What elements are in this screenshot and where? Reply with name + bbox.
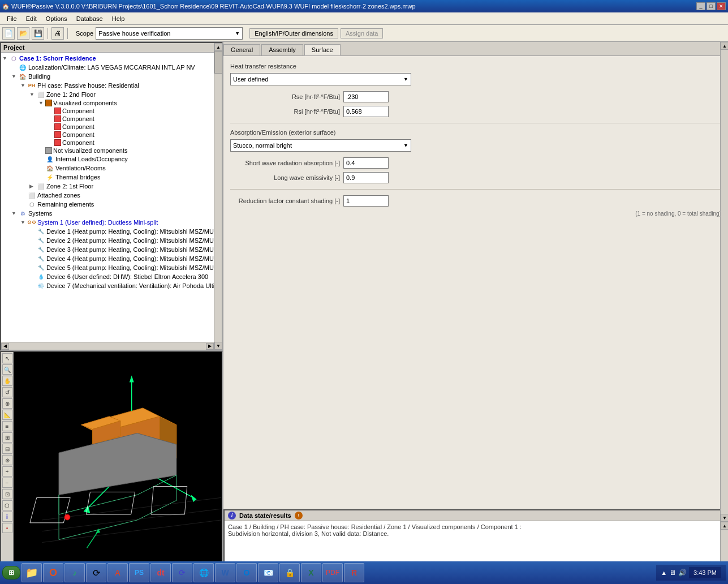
taskbar-mail[interactable]: 📧 <box>258 563 278 582</box>
tree-item-device6[interactable]: 💧 Device 6 (User defined: DHW): Stiebel … <box>2 272 221 281</box>
info-tool[interactable]: i <box>2 512 12 522</box>
taskbar-explorer[interactable]: 📁 <box>21 563 42 582</box>
taskbar-spotify[interactable]: ♪ <box>64 563 85 582</box>
tree-item-system1[interactable]: ▼ ⚙⚙ System 1 (User defined): Ductless M… <box>2 218 221 227</box>
tree-item-device2[interactable]: 🔧 Device 2 (Heat pump: Heating, Cooling)… <box>2 236 221 245</box>
close-button[interactable]: ✕ <box>717 2 726 10</box>
scroll-up[interactable]: ▲ <box>214 43 222 51</box>
tree-item-comp2[interactable]: Component <box>2 115 221 123</box>
tree-item-comp4[interactable]: Component <box>2 131 221 139</box>
pan-tool[interactable]: ✋ <box>2 376 12 386</box>
scope-dropdown[interactable]: Passive house verification ▼ <box>96 27 243 40</box>
snap-tool[interactable]: ⊞ <box>2 432 12 443</box>
menu-database[interactable]: Database <box>72 14 107 23</box>
tab-assembly[interactable]: Assembly <box>261 44 303 55</box>
layer-tool[interactable]: ≡ <box>2 421 12 431</box>
tree-panel[interactable]: Project ▼ ⬡ Case 1: Schorr Residence 🌐 L… <box>0 42 223 351</box>
vert-scrollbar[interactable]: ▲ ▼ <box>214 43 222 350</box>
reset-tool[interactable]: ⊕ <box>2 398 12 409</box>
tree-item-device3[interactable]: 🔧 Device 3 (Heat pump: Heating, Cooling)… <box>2 245 221 254</box>
tree-item-zone2[interactable]: ▶ ⬜ Zone 2: 1st Floor <box>2 182 221 191</box>
tray-volume-icon[interactable]: 🔊 <box>678 569 687 577</box>
tab-general[interactable]: General <box>223 44 260 55</box>
expand-icon[interactable]: ▼ <box>2 55 9 61</box>
tree-item-phcase[interactable]: ▼ PH PH case: Passive house: Residential <box>2 81 221 90</box>
measure-tool[interactable]: 📐 <box>2 410 12 420</box>
data-scroll-up[interactable]: ▲ <box>721 522 728 530</box>
right-scroll-down[interactable]: ▼ <box>721 514 728 522</box>
tree-item-building[interactable]: ▼ 🏠 Building <box>2 72 221 81</box>
tree-item-attached[interactable]: ⬜ Attached zones <box>2 191 221 200</box>
zoom-in-tool[interactable]: + <box>2 466 12 476</box>
tab-surface[interactable]: Surface <box>304 44 341 55</box>
tree-item-device1[interactable]: 🔧 Device 1 (Heat pump: Heating, Cooling)… <box>2 227 221 236</box>
tree-item-device5[interactable]: 🔧 Device 5 (Heat pump: Heating, Cooling)… <box>2 263 221 272</box>
expand-icon[interactable]: ▼ <box>38 100 45 106</box>
tree-item-device4[interactable]: 🔧 Device 4 (Heat pump: Heating, Cooling)… <box>2 254 221 263</box>
scroll-down[interactable]: ▼ <box>214 342 222 350</box>
rse-input[interactable] <box>343 91 389 102</box>
taskbar-outlook[interactable]: O <box>43 563 63 582</box>
new-button[interactable]: 📄 <box>2 27 15 40</box>
reduction-input[interactable] <box>343 195 389 207</box>
menu-options[interactable]: Options <box>41 14 72 23</box>
tree-item-systems[interactable]: ▼ ⚙ Systems <box>2 209 221 218</box>
rotate-tool[interactable]: ↺ <box>2 387 12 397</box>
tree-item-zone1[interactable]: ▼ ⬜ Zone 1: 2nd Floor <box>2 90 221 99</box>
tree-item-comp3[interactable]: Component <box>2 123 221 131</box>
scroll-left[interactable]: ◀ <box>1 343 9 350</box>
zoom-tool[interactable]: 🔍 <box>2 364 12 375</box>
taskbar-firefox[interactable]: 🌐 <box>193 563 214 582</box>
expand-icon[interactable]: ▶ <box>29 183 36 189</box>
taskbar-outlook2[interactable]: O <box>236 563 257 582</box>
open-button[interactable]: 📂 <box>17 27 29 40</box>
expand-icon[interactable]: ▼ <box>11 74 18 79</box>
grid-tool[interactable]: ⊟ <box>2 444 12 454</box>
right-scroll-up[interactable]: ▲ <box>721 42 728 50</box>
dot-tool[interactable]: • <box>2 523 12 533</box>
menu-help[interactable]: Help <box>107 14 130 23</box>
tray-show-icon[interactable]: ▲ <box>661 569 667 576</box>
expand-icon[interactable]: ▼ <box>20 220 27 225</box>
longwave-input[interactable] <box>343 172 389 183</box>
taskbar-redline[interactable]: R <box>344 563 364 582</box>
taskbar-pdf[interactable]: PDF <box>322 563 343 582</box>
save-button[interactable]: 💾 <box>32 27 44 40</box>
scroll-right[interactable]: ▶ <box>206 343 214 350</box>
taskbar-word[interactable]: W <box>215 563 235 582</box>
scroll-track-v[interactable] <box>214 51 222 342</box>
start-button[interactable]: ⊞ <box>2 566 20 579</box>
expand-icon[interactable]: ▼ <box>20 83 27 88</box>
absorption-combo[interactable]: Stucco, normal bright ▼ <box>230 139 411 152</box>
tree-item-case1[interactable]: ▼ ⬡ Case 1: Schorr Residence <box>2 54 221 63</box>
axis-tool[interactable]: ⊛ <box>2 455 12 465</box>
wireframe-tool[interactable]: ⬡ <box>2 500 12 510</box>
heat-transfer-combo[interactable]: User defined ▼ <box>230 73 411 85</box>
taskbar-security[interactable]: 🔒 <box>279 563 300 582</box>
expand-icon[interactable]: ▼ <box>29 92 36 97</box>
taskbar-excel[interactable]: X <box>301 563 321 582</box>
taskbar-chrome[interactable]: ⟳ <box>86 563 106 582</box>
menu-file[interactable]: File <box>2 14 21 23</box>
horiz-scrollbar[interactable]: ◀ ▶ <box>1 342 214 350</box>
rsi-input[interactable] <box>343 106 389 117</box>
tree-item-comp1[interactable]: Component <box>2 107 221 115</box>
shortwave-input[interactable] <box>343 157 389 169</box>
zoom-out-tool[interactable]: − <box>2 478 12 488</box>
tree-item-ventilation[interactable]: 🏠 Ventilation/Rooms <box>2 164 221 173</box>
assign-button[interactable]: Assign data <box>341 28 383 38</box>
select-tool[interactable]: ↖ <box>2 353 12 363</box>
tree-item-device7[interactable]: 💨 Device 7 (Mechanical ventilation: Vent… <box>2 281 221 290</box>
tree-item-remaining[interactable]: ⬡ Remaining elements <box>2 200 221 209</box>
tree-item-internal[interactable]: 👤 Internal Loads/Occupancy <box>2 154 221 164</box>
tree-item-localization[interactable]: 🌐 Localization/Climate: LAS VEGAS MCCARR… <box>2 63 221 72</box>
scroll-thumb[interactable] <box>214 51 222 74</box>
window-controls[interactable]: _ □ ✕ <box>696 2 726 10</box>
tree-item-visualized[interactable]: ▼ Visualized components <box>2 99 221 107</box>
taskbar-photoshop[interactable]: PS <box>129 563 149 582</box>
taskbar-acrobat[interactable]: A <box>107 563 128 582</box>
fit-tool[interactable]: ⊡ <box>2 489 12 499</box>
taskbar-revit[interactable]: ⟳ <box>172 563 192 582</box>
right-scrollbar[interactable]: ▲ ▼ <box>720 42 728 522</box>
minimize-button[interactable]: _ <box>696 2 705 10</box>
